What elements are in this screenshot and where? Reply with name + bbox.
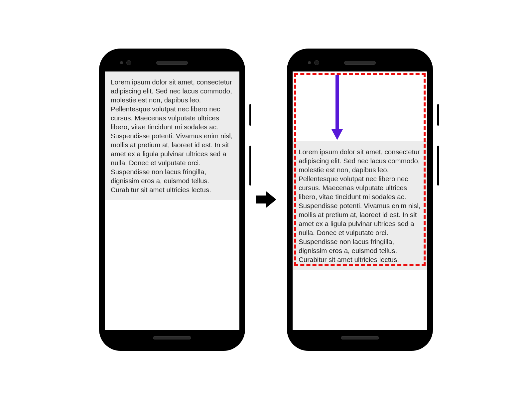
volume-button-icon [249, 146, 251, 186]
layout-diagram: Lorem ipsum dolor sit amet, consectetur … [100, 49, 432, 350]
power-button-icon [249, 104, 251, 126]
phone-top-bezel [293, 54, 427, 71]
phone-bottom-bezel [105, 330, 239, 346]
phone-bottom-bezel [293, 330, 427, 346]
phone-top-bezel [105, 54, 239, 71]
text-content-shifted: Lorem ipsum dolor sit amet, consectetur … [293, 141, 427, 270]
phone-screen-left: Lorem ipsum dolor sit amet, consectetur … [105, 71, 239, 330]
power-button-icon [437, 104, 439, 126]
phone-sensors-icon [120, 60, 131, 65]
scroll-down-arrow-icon [330, 75, 344, 142]
phone-screen-right: Lorem ipsum dolor sit amet, consectetur … [293, 71, 427, 330]
phone-frame-left: Lorem ipsum dolor sit amet, consectetur … [100, 49, 244, 350]
transition-arrow-icon [254, 190, 278, 209]
bottom-speaker-icon [341, 336, 379, 339]
svg-marker-0 [256, 191, 276, 208]
text-content-initial: Lorem ipsum dolor sit amet, consectetur … [105, 71, 239, 200]
phone-frame-right: Lorem ipsum dolor sit amet, consectetur … [288, 49, 432, 350]
earpiece-speaker-icon [156, 61, 188, 65]
phone-sensors-icon [308, 60, 319, 65]
svg-marker-2 [331, 129, 343, 140]
bottom-speaker-icon [153, 336, 191, 339]
phone-left-wrapper: Lorem ipsum dolor sit amet, consectetur … [100, 49, 244, 350]
earpiece-speaker-icon [344, 61, 376, 65]
volume-button-icon [437, 146, 439, 186]
phone-right-wrapper: Lorem ipsum dolor sit amet, consectetur … [288, 49, 432, 350]
